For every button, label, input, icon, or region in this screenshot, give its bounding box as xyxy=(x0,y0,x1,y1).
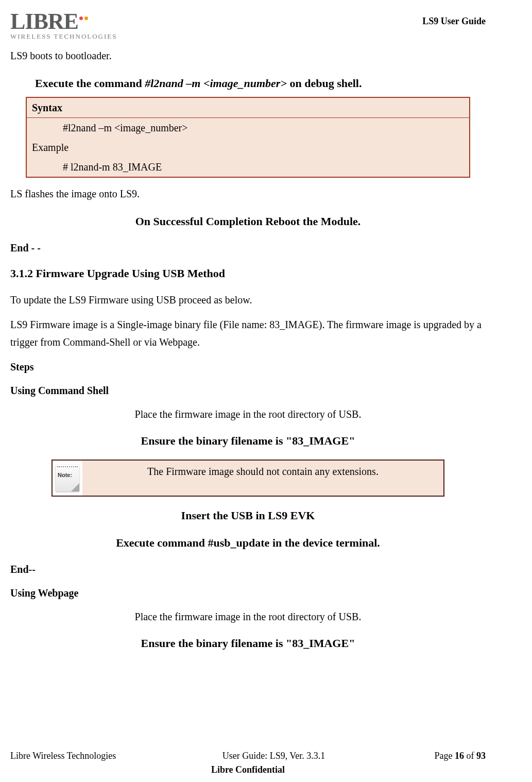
cmd-text: #l2nand –m <image_number> xyxy=(145,77,287,90)
footer-page: Page 16 of 93 xyxy=(408,749,486,763)
intro-text: LS9 boots to bootloader. xyxy=(10,47,486,64)
footer-company: Libre Wireless Technologies xyxy=(10,749,139,763)
note-content: The Firmware image should not contain an… xyxy=(82,461,443,496)
cmd-shell-label: Using Command Shell xyxy=(10,383,486,398)
syntax-box: Syntax #l2nand –m <image_number> Example… xyxy=(26,97,470,178)
page-of: of xyxy=(464,751,476,761)
cmd-suffix: on debug shell. xyxy=(287,77,362,90)
syntax-command: #l2nand –m <image_number> xyxy=(27,118,469,138)
note-box: Note: The Firmware image should not cont… xyxy=(52,460,444,497)
page-total: 93 xyxy=(476,751,486,761)
ensure-filename: Ensure the binary filename is "83_IMAGE" xyxy=(10,432,486,449)
logo: LIBRE WIRELESS TECHNOLOGIES xyxy=(10,10,117,40)
usb-intro: To update the LS9 Firmware using USB pro… xyxy=(10,291,486,309)
firmware-description: LS9 Firmware image is a Single-image bin… xyxy=(10,316,486,351)
execute-command: Execute command #usb_update in the devic… xyxy=(10,534,486,551)
command-instruction: Execute the command #l2nand –m <image_nu… xyxy=(35,75,486,92)
logo-text: LIBRE xyxy=(10,10,78,33)
footer-confidential: Libre Confidential xyxy=(10,763,486,777)
cmd-prefix: Execute the command xyxy=(35,77,145,90)
insert-usb: Insert the USB in LS9 EVK xyxy=(10,507,486,524)
doc-title: LS9 User Guide xyxy=(422,14,486,28)
steps-label: Steps xyxy=(10,359,486,375)
webpage-label: Using Webpage xyxy=(10,585,486,601)
flash-text: LS flashes the image onto LS9. xyxy=(10,185,486,202)
ensure-filename-2: Ensure the binary filename is "83_IMAGE" xyxy=(10,635,486,652)
place-firmware-text: Place the firmware image in the root dir… xyxy=(10,406,486,422)
page-number: 16 xyxy=(455,751,464,761)
end-marker-2: End-- xyxy=(10,562,486,577)
note-label: Note: xyxy=(58,471,72,480)
logo-subtitle: WIRELESS TECHNOLOGIES xyxy=(10,33,117,40)
example-label: Example xyxy=(27,138,469,157)
example-command: # l2nand-m 83_IMAGE xyxy=(27,157,469,177)
end-marker: End - - xyxy=(10,240,486,256)
place-firmware-text-2: Place the firmware image in the root dir… xyxy=(10,609,486,624)
section-heading: 3.1.2 Firmware Upgrade Using USB Method xyxy=(10,265,486,282)
syntax-header: Syntax xyxy=(27,98,469,118)
page-footer: Libre Wireless Technologies User Guide: … xyxy=(10,749,486,777)
logo-dots-icon xyxy=(79,16,88,20)
reboot-instruction: On Successful Completion Reboot the Modu… xyxy=(10,213,486,230)
page-prefix: Page xyxy=(435,751,455,761)
page-header: LIBRE WIRELESS TECHNOLOGIES LS9 User Gui… xyxy=(10,10,486,40)
note-icon: Note: xyxy=(53,461,82,496)
footer-guide: User Guide: LS9, Ver. 3.3.1 xyxy=(139,749,408,763)
